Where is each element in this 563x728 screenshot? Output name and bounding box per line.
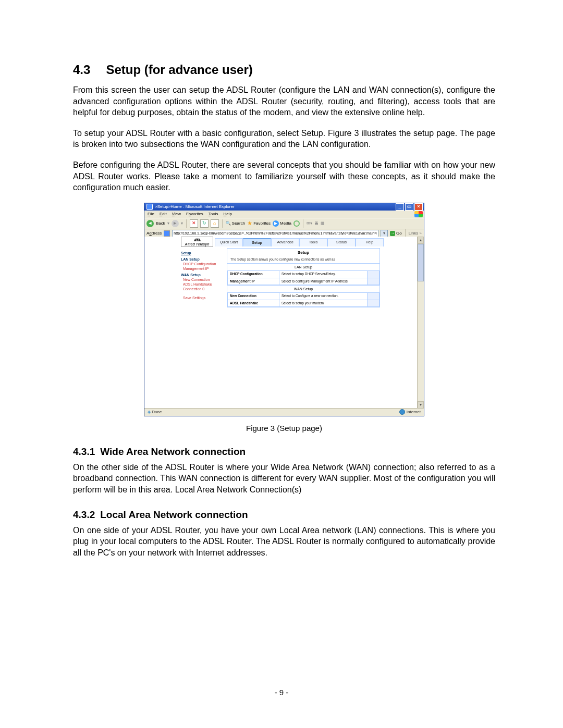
page-favicon	[164, 230, 170, 237]
ie-toolbar: ◄ Back ▾ ► ▾ ✕ ↻ ⌂ 🔍Search ★Favorites ▶M…	[144, 218, 424, 229]
setup-panel: Setup The Setup section allows you to co…	[227, 248, 380, 308]
paragraph: From this screen the user can setup the …	[73, 84, 495, 118]
ie-window: >Setup>Home - Microsoft Internet Explore…	[144, 203, 424, 416]
table-row: DHCP Configuration Select to setup DHCP …	[228, 271, 380, 278]
forward-dropdown[interactable]: ▾	[181, 221, 183, 226]
stop-button[interactable]: ✕	[190, 219, 198, 228]
scroll-down-button[interactable]: ▾	[418, 401, 424, 409]
tab-setup[interactable]: Setup	[243, 238, 271, 246]
ie-statusbar: ◈ Done Internet	[144, 408, 424, 416]
sidebar-lan-heading: LAN Setup	[181, 257, 223, 261]
ie-titlebar: >Setup>Home - Microsoft Internet Explore…	[144, 203, 424, 211]
sidebar-adsl-handshake[interactable]: ADSL Handshake	[183, 282, 223, 286]
row-key: New Connection	[228, 293, 279, 300]
back-button[interactable]: ◄	[146, 220, 154, 227]
row-desc: Select to setup DHCP Server/Relay.	[279, 271, 367, 278]
lan-table: DHCP Configuration Select to setup DHCP …	[227, 270, 380, 285]
paragraph: On one side of your ADSL Router, you hav…	[73, 525, 495, 559]
row-key: Management IP	[228, 278, 279, 285]
go-button[interactable]: →Go	[390, 231, 402, 236]
figure-caption: Figure 3 (Setup page)	[73, 424, 495, 433]
forward-button[interactable]: ►	[172, 220, 179, 227]
paragraph: Before configuring the ADSL Router, ther…	[73, 159, 495, 193]
paragraph: To setup your ADSL Router with a basic c…	[73, 128, 495, 150]
mail-button[interactable]: ✉▾	[307, 221, 312, 226]
status-left: ◈ Done	[148, 410, 162, 414]
router-tabs: Quick Start Setup Advanced Tools Status …	[215, 238, 384, 246]
window-controls: _ ▭ ×	[396, 203, 424, 211]
row-action-button[interactable]	[367, 300, 379, 307]
scroll-up-button[interactable]: ▴	[418, 237, 424, 244]
back-dropdown[interactable]: ▾	[167, 221, 169, 226]
row-desc: Select to Configure a new connection.	[279, 293, 367, 300]
section-title: Setup (for advance user)	[106, 63, 252, 77]
table-row: Management IP Select to configure Manage…	[228, 278, 380, 285]
menu-file[interactable]: File	[148, 212, 154, 216]
links-button[interactable]: Links	[409, 231, 422, 236]
sidebar-new-connection[interactable]: New Connection	[183, 278, 223, 281]
row-action-button[interactable]	[367, 278, 379, 285]
panel-note: The Setup section allows you to configur…	[227, 257, 380, 264]
menu-favorites[interactable]: Favorites	[186, 212, 203, 216]
search-button[interactable]: 🔍Search	[226, 221, 245, 226]
router-sidebar: Setup LAN Setup DHCP Configuration Manag…	[181, 251, 223, 301]
scroll-thumb[interactable]	[418, 244, 424, 281]
close-button[interactable]: ×	[414, 203, 423, 211]
tab-help[interactable]: Help	[356, 238, 384, 246]
ie-viewport: ▴▾▴ Allied Telesyn Quick Start Setup Adv…	[144, 237, 424, 409]
sidebar-save-settings[interactable]: Save Settings	[183, 296, 223, 300]
section-heading: 4.3Setup (for advance user)	[73, 63, 495, 77]
row-action-button[interactable]	[367, 293, 379, 300]
tab-advanced[interactable]: Advanced	[271, 238, 299, 246]
home-button[interactable]: ⌂	[211, 219, 219, 228]
panel-lan-sub: LAN Setup	[227, 263, 380, 270]
menu-tools[interactable]: Tools	[209, 212, 218, 216]
subsection-heading: 4.3.1Wide Area Network connection	[73, 446, 495, 458]
page-number: - 9 -	[0, 688, 563, 697]
ie-window-title: >Setup>Home - Microsoft Internet Explore…	[155, 205, 235, 209]
minimize-button[interactable]: _	[396, 203, 404, 211]
tab-quick-start[interactable]: Quick Start	[215, 238, 243, 246]
windows-flag-icon	[414, 211, 423, 217]
panel-wan-sub: WAN Setup	[227, 285, 380, 292]
print-button[interactable]: 🖶	[314, 221, 319, 226]
table-row: New Connection Select to Configure a new…	[228, 293, 380, 300]
sidebar-dhcp-config[interactable]: DHCP Configuration	[183, 262, 223, 266]
vertical-scrollbar[interactable]: ▴ ▾	[417, 237, 424, 409]
document-page: 4.3Setup (for advance user) From this sc…	[0, 0, 563, 728]
refresh-button[interactable]: ↻	[200, 219, 209, 228]
tab-status[interactable]: Status	[327, 238, 356, 246]
table-row: ADSL Handshake Select to setup your mode…	[228, 300, 380, 307]
row-desc: Select to setup your modem	[279, 300, 367, 307]
address-input[interactable]	[172, 230, 378, 237]
ie-app-icon	[146, 204, 153, 210]
section-number: 4.3	[73, 63, 90, 77]
sidebar-heading: Setup	[181, 251, 223, 255]
edit-button[interactable]: ▦	[321, 221, 325, 226]
wan-table: New Connection Select to Configure a new…	[227, 292, 380, 307]
row-key: ADSL Handshake	[228, 300, 279, 307]
tab-tools[interactable]: Tools	[299, 238, 327, 246]
subsection-heading: 4.3.2Local Area Network connection	[73, 509, 495, 521]
row-desc: Select to configure Management IP Addres…	[279, 278, 367, 285]
sidebar-management-ip[interactable]: Management IP	[183, 267, 223, 270]
history-button[interactable]	[293, 220, 300, 227]
scroll-track[interactable]	[418, 244, 424, 401]
favorites-button[interactable]: ★Favorites	[247, 220, 271, 226]
address-dropdown[interactable]: ▾	[381, 230, 388, 237]
row-action-button[interactable]	[367, 271, 379, 278]
sidebar-connection-0[interactable]: Connection 0	[183, 287, 223, 291]
media-button[interactable]: ▶Media	[273, 220, 291, 227]
maximize-button[interactable]: ▭	[405, 203, 413, 211]
menu-help[interactable]: Help	[224, 212, 232, 216]
brand-logo: ▴▾▴ Allied Telesyn	[181, 237, 213, 247]
paragraph: On the other side of the ADSL Router is …	[73, 462, 495, 496]
menu-edit[interactable]: Edit	[160, 212, 167, 216]
address-label: Address	[146, 231, 162, 236]
internet-zone-icon	[399, 409, 405, 415]
panel-title: Setup	[227, 249, 380, 257]
row-key: DHCP Configuration	[228, 271, 279, 278]
ie-menubar: File Edit View Favorites Tools Help	[144, 211, 424, 218]
back-label[interactable]: Back	[156, 221, 165, 226]
menu-view[interactable]: View	[172, 212, 181, 216]
